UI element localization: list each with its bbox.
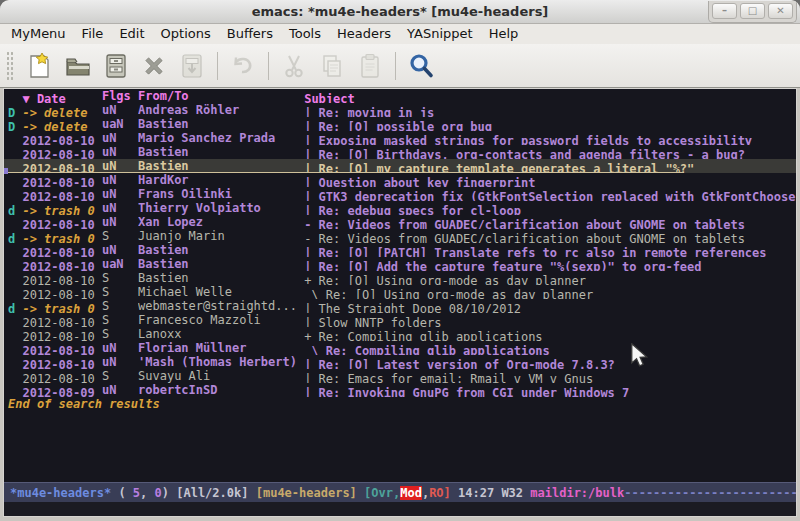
message-row[interactable]: 2012-08-10uNXan Lopez- Re: Videos from G… [4, 215, 796, 229]
message-row[interactable]: D-> deleteuaNBastien| Re: [O] possible o… [4, 117, 796, 131]
echo-area[interactable] [4, 502, 796, 517]
message-date: 2012-08-10 [22, 358, 101, 369]
column-header-subject[interactable]: Subject [304, 92, 355, 103]
toolbar-grip-handle[interactable] [6, 51, 15, 81]
titlebar[interactable]: emacs: *mu4e-headers* [mu4e-headers] – □… [0, 0, 800, 24]
menu-headers[interactable]: Headers [329, 24, 399, 44]
menu-options[interactable]: Options [153, 24, 219, 44]
toolbar [0, 44, 800, 88]
message-subject: | Re: [O] [PATCH] Translate refs to rc a… [304, 246, 766, 257]
message-row[interactable]: 2012-08-10SLanoxx+ Re: Compiling glib ap… [4, 327, 796, 341]
message-flags: uaN [102, 257, 138, 271]
message-row[interactable]: 2012-08-10uNHardKor| Question about key … [4, 173, 796, 187]
emacs-window: emacs: *mu4e-headers* [mu4e-headers] – □… [0, 0, 800, 521]
message-row[interactable]: 2012-08-10uNBastien| Re: [O] Birthdays, … [4, 145, 796, 159]
message-flags: uN [102, 355, 138, 369]
column-header-flags[interactable]: Flgs [102, 89, 138, 103]
message-row[interactable]: 2012-08-10uN'Mash (Thomas Herbert)| Re: … [4, 355, 796, 369]
message-row[interactable]: d-> trash 0uNThierry Volpiatto| Re: edeb… [4, 201, 796, 215]
message-date: 2012-08-10 [22, 148, 101, 159]
message-from: Bastien [138, 271, 304, 285]
open-button[interactable] [59, 48, 97, 84]
message-flags: uN [102, 383, 138, 397]
message-subject: | Re: [O] Add the capture feature "%(sex… [304, 260, 701, 271]
empty-buffer-space [4, 411, 796, 482]
message-from: Bastien [138, 145, 304, 159]
mark-target: -> trash 0 [22, 232, 101, 243]
menu-tools[interactable]: Tools [281, 24, 329, 44]
message-date: 2012-08-10 [22, 190, 101, 201]
window-controls: – □ ✕ [708, 1, 797, 23]
message-row[interactable]: 2012-08-10SBastien+ Re: [O] Using org-mo… [4, 271, 796, 285]
message-from: Francesco Mazzoli [138, 313, 304, 327]
menu-mymenu[interactable]: MyMenu [3, 24, 74, 44]
mode-line[interactable]: *mu4e-headers* ( 5, 0) [All/2.0k] [mu4e-… [4, 482, 796, 502]
message-row[interactable]: 2012-08-10SFrancesco Mazzoli| Slow NNTP … [4, 313, 796, 327]
menu-file[interactable]: File [74, 24, 112, 44]
message-row[interactable]: d-> trash 0SJuanjo Marin- Re: Videos fro… [4, 229, 796, 243]
column-header-date[interactable]: ▼ Date [22, 92, 101, 103]
menu-edit[interactable]: Edit [111, 24, 152, 44]
save-button[interactable] [97, 48, 135, 84]
maximize-button[interactable]: □ [740, 3, 765, 19]
message-flags: S [102, 285, 138, 299]
message-date: 2012-08-10 [22, 246, 101, 257]
message-subject: | Re: [O] Birthdays, org-contacts and ag… [304, 148, 745, 159]
message-row[interactable]: 2012-08-10uNMario Sanchez Prada| Exposin… [4, 131, 796, 145]
mark-target: -> delete [22, 120, 101, 131]
message-from: Lanoxx [138, 327, 304, 341]
search-button[interactable] [402, 48, 440, 84]
message-row[interactable]: D-> deleteuNAndreas Röhler| Re: moving i… [4, 103, 796, 117]
message-from: Andreas Röhler [138, 103, 304, 117]
message-row[interactable]: 2012-08-10uNFlorian Müllner \ Re: Compil… [4, 341, 796, 355]
message-from: Michael Welle [138, 285, 304, 299]
message-row[interactable]: 2012-08-10uaNBastien| Re: [O] Add the ca… [4, 257, 796, 271]
message-row[interactable]: 2012-08-10SSuvayu Ali| Re: Emacs for ema… [4, 369, 796, 383]
message-from: Thierry Volpiatto [138, 201, 304, 215]
message-row[interactable]: 2012-08-10uNBastien| Re: [O] my capture … [4, 159, 796, 173]
paste-button [351, 48, 389, 84]
message-row[interactable]: 2012-08-09uNrobertcInSD| Re: Invoking Gn… [4, 383, 796, 397]
save-as-button [173, 48, 211, 84]
message-flags: uN [102, 145, 138, 159]
menu-yasnippet[interactable]: YASnippet [399, 24, 481, 44]
message-subject: \ Re: Compiling glib applications [304, 344, 550, 355]
mark-target: -> delete [22, 106, 101, 117]
open-folder-icon [64, 52, 92, 80]
message-row[interactable]: 2012-08-10uNFrans Oilinki| GTK3 deprecat… [4, 187, 796, 201]
mark-flag: d [8, 232, 22, 243]
menu-help[interactable]: Help [481, 24, 527, 44]
message-from: Xan Lopez [138, 215, 304, 229]
message-date: 2012-08-10 [22, 372, 101, 383]
message-from: Bastien [138, 159, 304, 173]
modeline-segment-mod: Mod [400, 486, 422, 500]
minimize-button[interactable]: – [712, 3, 737, 19]
copy-icon [319, 52, 345, 80]
toolbar-separator [395, 52, 396, 80]
save-icon [103, 52, 129, 80]
message-row[interactable]: 2012-08-10uNBastien| Re: [O] [PATCH] Tra… [4, 243, 796, 257]
new-file-button[interactable] [21, 48, 59, 84]
message-list: D-> deleteuNAndreas Röhler| Re: moving i… [4, 103, 796, 397]
message-date: 2012-08-10 [22, 316, 101, 327]
message-from: Frans Oilinki [138, 187, 304, 201]
modeline-segment-plain: ) [162, 486, 176, 500]
end-of-results-note: End of search results [4, 397, 796, 411]
close-button[interactable]: ✕ [768, 3, 793, 19]
message-date: 2012-08-10 [22, 176, 101, 187]
message-from: Juanjo Marin [138, 229, 304, 243]
message-row[interactable]: d-> trash 0Swebmaster@straightd...| The … [4, 299, 796, 313]
modeline-segment-minor: [Ovr, [364, 486, 400, 500]
message-flags: uN [102, 103, 138, 117]
modeline-segment-maildir: maildir:/bulk [530, 486, 624, 500]
close-buffer-button[interactable] [135, 48, 173, 84]
copy-button [313, 48, 351, 84]
modeline-segment-plain: 14:27 W32 [451, 486, 530, 500]
message-row[interactable]: 2012-08-10SMichael Welle \ Re: [O] Using… [4, 285, 796, 299]
message-from: Bastien [138, 257, 304, 271]
message-subject: | Exposing masked strings for password f… [304, 134, 752, 145]
header-line[interactable]: ▼ DateFlgsFrom/ToSubject [4, 89, 796, 103]
modeline-segment-ro: RO] [429, 486, 451, 500]
column-header-from[interactable]: From/To [138, 89, 304, 103]
menu-buffers[interactable]: Buffers [219, 24, 281, 44]
